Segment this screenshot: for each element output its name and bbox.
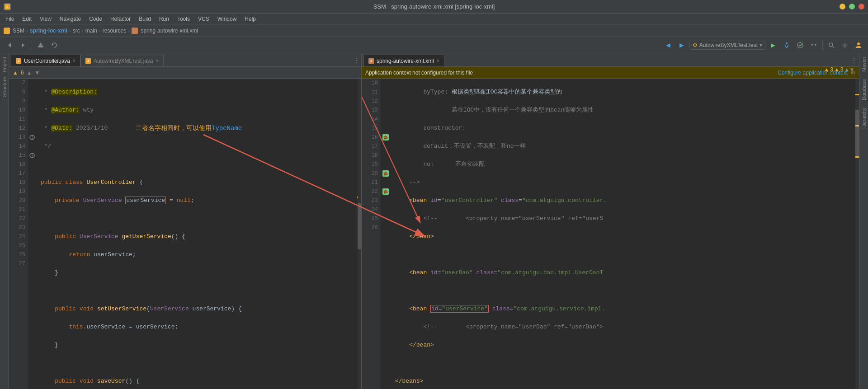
svg-marker-6 [52,44,54,46]
right-pane-tabs: X spring-autowire-xml.xml × ⋮ [362,53,859,67]
warning-down-right[interactable]: ▼ [850,67,854,73]
project-panel-label[interactable]: Project [1,55,8,74]
scrollbar-right[interactable] [855,79,859,389]
left-pane-menu[interactable]: ⋮ [353,57,359,65]
toolbar-nav-back[interactable]: ◀ [662,39,674,51]
structure-panel-label[interactable]: Structure [1,75,8,99]
line-numbers-left: 7891011 1213141516 1718192021 2223242526… [9,79,28,389]
tab-autowire-test[interactable]: J AutowireByXMLTest.java × [80,55,164,66]
run-button[interactable]: ▶ [767,39,779,51]
breadcrumb-src[interactable]: src [73,28,80,34]
svg-text:I: I [6,5,9,9]
scrollbar-left[interactable] [358,79,361,389]
close-button[interactable] [859,4,864,9]
bean-icon-line20[interactable]: 🫘 [382,170,389,177]
breadcrumb-file[interactable]: spring-autowire-xml.xml [141,28,198,34]
hierarchy-label[interactable]: Hierarchy [860,106,868,131]
menu-view[interactable]: View [36,15,55,23]
user-icon[interactable] [853,39,864,51]
warning-up-left[interactable]: ▲ [27,70,32,76]
menu-edit[interactable]: Edit [19,15,35,23]
tab-label-spring-autowire: spring-autowire-xml.xml [377,58,434,64]
left-editor-pane: J UserController.java × J AutowireByXMLT… [9,53,362,389]
right-editor-pane: X spring-autowire-xml.xml × ⋮ Applicatio… [362,53,859,389]
warning-count-left: 6 [21,70,24,76]
tab-label-user-controller: UserController.java [24,58,70,64]
svg-point-12 [843,43,847,47]
menu-navigate[interactable]: Navigate [56,15,85,23]
right-panel: Maven Database Hierarchy [859,53,868,389]
left-gutter: Project Structure [0,53,9,389]
maven-label[interactable]: Maven [860,55,868,74]
minimize-button[interactable] [840,4,845,9]
tab-spring-autowire-xml[interactable]: X spring-autowire-xml.xml × [363,55,444,66]
breadcrumb-resources[interactable]: resources [103,28,127,34]
search-everywhere[interactable] [826,39,837,51]
scroll-indicator-left [357,197,358,198]
warning-num-right: 3 [830,67,833,73]
menu-build[interactable]: Build [135,15,155,23]
right-pane-menu[interactable]: ⋮ [851,57,857,65]
maximize-button[interactable] [849,4,855,9]
right-code-content: byType: 根据类型匹配IOC容器中的某个兼容类型的 若在IOC中，没有任何… [392,79,859,389]
warning-bar-left: ▲ 6 ▲ ▼ [9,67,361,79]
menu-window[interactable]: Window [214,15,241,23]
title-bar-left: I [4,3,11,10]
toolbar-back[interactable] [4,39,15,51]
warning-down-left[interactable]: ▼ [34,70,40,76]
run-config-dropdown[interactable]: ▾ [760,42,762,48]
run-config-label: AutowireByXMLTest.test [699,42,758,48]
warning-scroll-3 [855,156,859,158]
menu-help[interactable]: Help [241,15,259,23]
tab-user-controller[interactable]: J UserController.java × [11,55,80,66]
tab-close-spring-autowire[interactable]: × [437,58,439,63]
toolbar-nav-forward[interactable]: ▶ [676,39,688,51]
toolbar-sync[interactable] [48,39,60,51]
warning-scroll-2 [855,125,859,127]
bean-icon-line16[interactable]: 🫘 [382,134,389,141]
app-context-warning: Application context not configured for t… [365,70,473,76]
more-run-options[interactable]: ▾▾ [808,39,820,51]
window-title: SSM - spring-autowire-xml.xml [spring-io… [373,3,495,10]
menu-refactor[interactable]: Refactor [107,15,134,23]
menu-run[interactable]: Run [156,15,173,23]
left-code-content: * @Description: * @Author: wty * @Date: … [37,79,361,389]
toolbar-build[interactable] [35,39,47,51]
breadcrumb-ssm[interactable]: SSM [13,28,24,34]
menu-file[interactable]: File [2,15,18,23]
warning-num-right2: 3 [840,67,843,73]
database-label[interactable]: Database [860,77,868,102]
warning-scroll-1 [855,94,859,95]
editor-area: J UserController.java × J AutowireByXMLT… [9,53,859,389]
menu-vcs[interactable]: VCS [194,15,213,23]
svg-point-9 [829,43,833,47]
tab-close-user-controller[interactable]: × [73,58,75,63]
debug-button[interactable] [781,39,793,51]
scrollbar-thumb-left[interactable] [358,203,361,249]
annotation-chinese: 二者名字相同时，可以使用TypeName [136,124,242,133]
left-pane-tabs: J UserController.java × J AutowireByXMLT… [9,53,361,67]
main-layout: Project Structure J UserController.java … [0,53,868,389]
tab-close-autowire-test[interactable]: × [156,58,159,63]
run-config-selector[interactable]: ⚙ AutowireByXMLTest.test ▾ [689,41,765,50]
settings-button[interactable] [839,39,851,51]
warning-icon-left: ▲ [13,70,18,76]
toolbar: ◀ ▶ ⚙ AutowireByXMLTest.test ▾ ▶ ▾▾ [0,37,868,53]
bean-icon-line22[interactable]: 🫘 [382,188,389,195]
breadcrumb-main[interactable]: main [85,28,97,34]
title-bar: I SSM - spring-autowire-xml.xml [spring-… [0,0,868,14]
warning-up-right[interactable]: ▲ [845,67,849,73]
menu-tools[interactable]: Tools [174,15,193,23]
line-numbers-right: 1011121314 1516171819 2021222324 2526 [362,79,381,389]
app-icon: I [4,3,11,10]
coverage-button[interactable] [794,39,806,51]
svg-marker-5 [39,42,42,46]
split-editors: J UserController.java × J AutowireByXMLT… [9,53,859,389]
run-config-icon: ⚙ [693,42,698,48]
scrollbar-thumb-right[interactable] [855,110,859,156]
svg-line-10 [833,46,835,48]
breadcrumb-module[interactable]: spring-ioc-xml [30,28,67,34]
toolbar-forward[interactable] [17,39,29,51]
svg-marker-3 [22,43,24,47]
menu-code[interactable]: Code [85,15,106,23]
